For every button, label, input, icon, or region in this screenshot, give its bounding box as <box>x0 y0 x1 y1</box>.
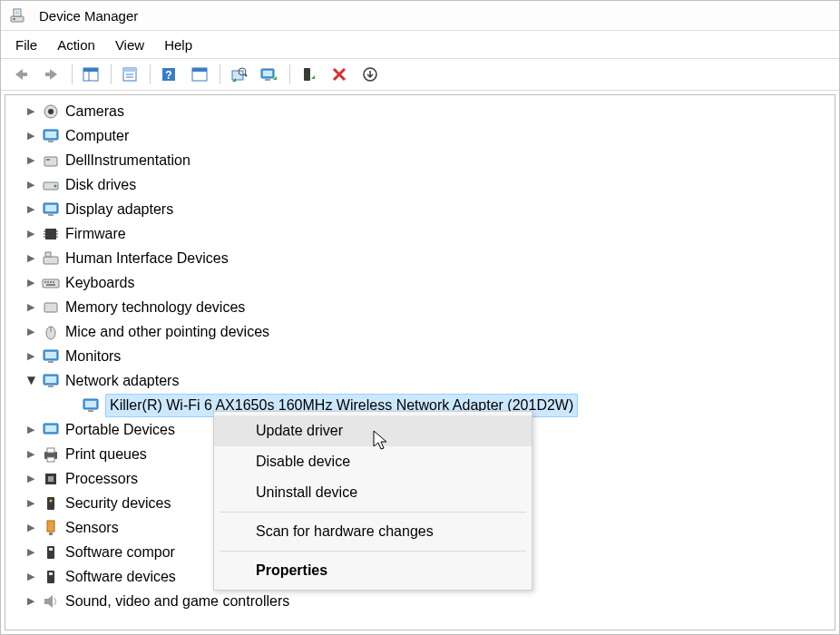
tree-item-firmware[interactable]: ▶ Firmware <box>5 221 835 246</box>
svg-point-72 <box>50 499 53 502</box>
display-adapter-icon <box>42 200 60 219</box>
tree-item-cameras[interactable]: ▶ Cameras <box>5 99 835 123</box>
toolbar-separator <box>150 64 151 84</box>
svg-rect-78 <box>49 572 53 575</box>
toolbar: ? <box>1 59 839 91</box>
tree-item-monitors[interactable]: ▶ Monitors <box>5 344 835 368</box>
svg-rect-60 <box>48 386 54 387</box>
svg-rect-46 <box>43 279 59 288</box>
svg-rect-5 <box>45 73 52 76</box>
software-device-icon <box>42 568 60 586</box>
toolbar-back-button[interactable] <box>6 61 35 88</box>
menu-view[interactable]: View <box>106 34 153 56</box>
toolbar-enable-button[interactable] <box>294 61 323 88</box>
tree-item-dellinstrumentation[interactable]: ▶ DellInstrumentation <box>5 148 835 172</box>
titlebar: Device Manager <box>1 1 839 31</box>
chevron-right-icon[interactable]: ▶ <box>24 594 38 609</box>
svg-rect-21 <box>263 71 272 76</box>
chevron-right-icon[interactable]: ▶ <box>24 153 38 168</box>
context-menu-properties[interactable]: Properties <box>214 555 532 586</box>
tree-item-keyboards[interactable]: ▶ Keyboards <box>5 270 835 295</box>
svg-rect-73 <box>47 521 54 532</box>
chevron-right-icon[interactable]: ▶ <box>24 496 38 511</box>
chevron-right-icon[interactable]: ▶ <box>24 521 38 535</box>
enable-device-icon <box>300 66 317 83</box>
network-adapter-icon <box>82 396 100 415</box>
keyboard-icon <box>42 274 60 292</box>
svg-rect-63 <box>88 410 93 412</box>
tree-item-hid[interactable]: ▶ Human Interface Devices <box>5 246 835 270</box>
tree-item-memory-technology[interactable]: ▶ Memory technology devices <box>5 295 835 319</box>
chevron-right-icon[interactable]: ▶ <box>24 104 38 119</box>
svg-rect-67 <box>47 448 54 453</box>
svg-rect-76 <box>49 548 53 551</box>
context-menu-scan-hardware[interactable]: Scan for hardware changes <box>214 516 532 547</box>
chevron-right-icon[interactable]: ▶ <box>24 227 38 241</box>
toolbar-properties-button[interactable] <box>115 61 144 88</box>
toolbar-update-driver-button[interactable] <box>255 61 284 88</box>
tree-item-network-adapters[interactable]: ⯆ Network adapters <box>5 368 835 393</box>
toolbar-separator <box>220 64 220 84</box>
svg-rect-49 <box>50 281 52 283</box>
tree-item-mice[interactable]: ▶ Mice and other pointing devices <box>5 319 835 344</box>
svg-rect-47 <box>44 281 46 283</box>
portable-device-icon <box>42 421 60 439</box>
chevron-right-icon[interactable]: ▶ <box>24 251 38 266</box>
chevron-right-icon[interactable]: ▶ <box>24 178 38 192</box>
network-adapter-icon <box>42 372 60 390</box>
svg-rect-44 <box>44 257 58 264</box>
toolbar-forward-button[interactable] <box>37 61 66 88</box>
context-menu-uninstall-device[interactable]: Uninstall device <box>214 477 532 508</box>
chevron-right-icon[interactable]: ▶ <box>24 349 38 364</box>
toolbar-show-hide-tree-button[interactable] <box>76 61 105 88</box>
menu-file[interactable]: File <box>6 34 46 56</box>
svg-rect-45 <box>45 252 51 257</box>
svg-rect-71 <box>47 497 54 510</box>
svg-rect-28 <box>45 132 56 138</box>
svg-rect-48 <box>47 281 49 283</box>
chevron-right-icon[interactable]: ▶ <box>24 325 38 339</box>
tree-item-disk-drives[interactable]: ▶ Disk drives <box>5 172 835 197</box>
chevron-right-icon[interactable]: ▶ <box>24 570 38 584</box>
context-menu-separator <box>220 512 526 513</box>
svg-rect-74 <box>49 532 53 535</box>
svg-rect-30 <box>44 157 57 166</box>
menu-action[interactable]: Action <box>48 34 104 56</box>
toolbar-separator <box>289 64 290 84</box>
monitor-icon <box>42 127 60 145</box>
tree-item-sound[interactable]: ▶ Sound, video and game controllers <box>5 589 835 613</box>
context-menu: Update driver Disable device Uninstall d… <box>213 411 532 591</box>
processor-chip-icon <box>42 470 60 488</box>
disk-drive-icon <box>42 176 60 194</box>
chevron-right-icon[interactable]: ▶ <box>24 276 38 290</box>
svg-rect-51 <box>46 284 55 286</box>
context-menu-update-driver[interactable]: Update driver <box>214 415 532 446</box>
svg-point-26 <box>48 109 54 114</box>
toolbar-uninstall-button[interactable] <box>325 61 354 88</box>
tree-item-computer[interactable]: ▶ Computer <box>5 123 835 148</box>
uninstall-x-icon <box>331 66 347 83</box>
chevron-right-icon[interactable]: ▶ <box>24 472 38 486</box>
menu-help[interactable]: Help <box>155 34 201 56</box>
chevron-down-icon[interactable]: ⯆ <box>24 374 38 388</box>
speaker-icon <box>42 592 60 611</box>
toolbar-disable-button[interactable] <box>356 61 385 88</box>
back-arrow-icon <box>12 67 30 82</box>
chevron-right-icon[interactable]: ▶ <box>24 447 38 462</box>
context-menu-disable-device[interactable]: Disable device <box>214 446 532 477</box>
toolbar-scan-button[interactable] <box>224 61 253 88</box>
chevron-right-icon[interactable]: ▶ <box>24 545 38 560</box>
svg-rect-7 <box>83 68 98 72</box>
monitor-icon <box>42 347 60 366</box>
chevron-right-icon[interactable]: ▶ <box>24 423 38 437</box>
memory-icon <box>42 298 60 317</box>
chevron-right-icon[interactable]: ▶ <box>24 202 38 217</box>
security-icon <box>42 494 60 513</box>
chevron-right-icon[interactable]: ▶ <box>24 300 38 315</box>
toolbar-action-button[interactable] <box>185 61 214 88</box>
svg-rect-70 <box>48 476 54 482</box>
svg-rect-31 <box>46 159 50 161</box>
chevron-right-icon[interactable]: ▶ <box>24 129 38 143</box>
tree-item-display-adapters[interactable]: ▶ Display adapters <box>5 197 835 221</box>
toolbar-help-button[interactable]: ? <box>154 61 183 88</box>
